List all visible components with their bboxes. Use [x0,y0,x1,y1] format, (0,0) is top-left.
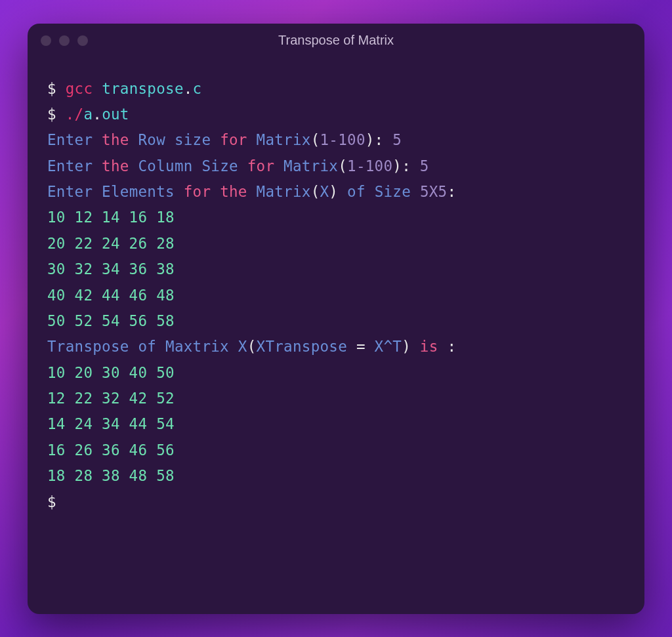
col-size-value: 5 [420,157,429,175]
ext: c [193,80,202,97]
col-size-prompt: Enter the Column Size for Matrix(1-100):… [47,154,625,179]
maximize-icon[interactable] [77,35,88,46]
gcc-cmd: gcc [66,80,93,97]
prompt: $ [47,493,56,510]
command-line-1: $ gcc transpose.c [47,76,625,102]
matrix-row: 30 32 34 36 38 [47,257,625,282]
run-out: out [102,106,129,123]
matrix-row: 50 52 54 56 58 [47,308,625,334]
titlebar: Transpose of Matrix [28,24,644,58]
traffic-lights [41,35,88,46]
close-icon[interactable] [41,35,51,46]
run-dotslash: ./ [66,106,84,123]
minimize-icon[interactable] [59,35,70,46]
dot: . [184,80,193,97]
elements-prompt: Enter Elements for the Matrix(X) of Size… [47,179,625,205]
prompt: $ [47,80,56,97]
run-a: a [83,106,93,123]
transpose-row: 12 22 32 42 52 [47,386,625,411]
src-file: transpose [102,80,184,97]
window-title: Transpose of Matrix [278,33,394,48]
transpose-row: 14 24 34 44 54 [47,411,625,437]
transpose-row: 18 28 38 48 58 [47,463,625,489]
matrix-row: 10 12 14 16 18 [47,205,625,230]
prompt: $ [47,106,56,123]
terminal-window: Transpose of Matrix $ gcc transpose.c $ … [28,24,644,614]
row-size-value: 5 [392,131,402,148]
empty-prompt: $ [47,489,625,515]
transpose-row: 10 20 30 40 50 [47,360,625,386]
matrix-row: 20 22 24 26 28 [47,231,625,257]
matrix-row: 40 42 44 46 48 [47,283,625,308]
row-size-prompt: Enter the Row size for Matrix(1-100): 5 [47,127,625,153]
transpose-label: Transpose of Maxtrix X(XTranspose = X^T)… [47,334,625,360]
dot: . [93,106,102,123]
transpose-row: 16 26 36 46 56 [47,438,625,463]
terminal-body[interactable]: $ gcc transpose.c $ ./a.out Enter the Ro… [28,58,644,614]
command-line-2: $ ./a.out [47,102,625,127]
